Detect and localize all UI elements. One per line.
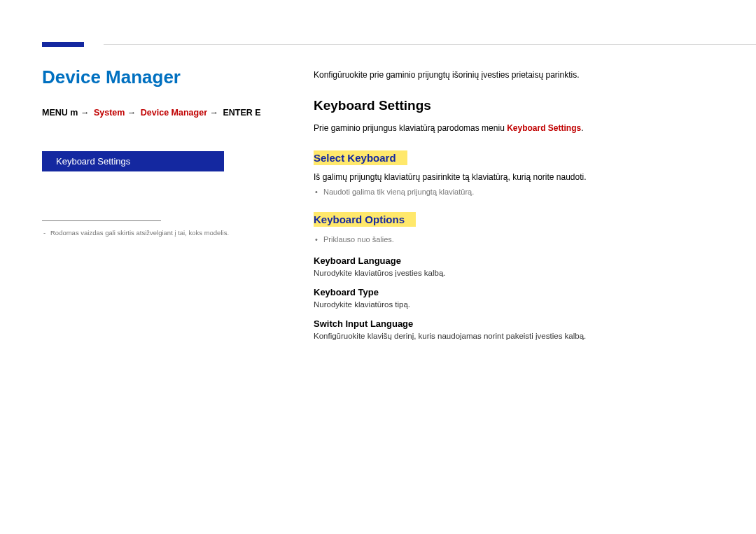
intro-text: Konfigūruokite prie gaminio prijungtų iš…: [314, 70, 706, 80]
crumb-arrow2: →: [127, 108, 136, 118]
model-disclaimer: Rodomas vaizdas gali skirtis atsižvelgia…: [42, 228, 273, 238]
breadcrumb: MENU m → System → Device Manager → ENTER…: [42, 108, 273, 118]
right-column: Konfigūruokite prie gaminio prijungtų iš…: [314, 70, 706, 340]
keyboard-type-desc: Nurodykite klaviatūros tipą.: [314, 300, 706, 309]
subsection-keyboard-options: Keyboard Options: [314, 212, 416, 227]
item-keyboard-type: Keyboard Type: [314, 287, 706, 297]
page-title: Device Manager: [42, 66, 273, 88]
crumb-enter: ENTER: [223, 108, 253, 118]
item-switch-input-language: Switch Input Language: [314, 318, 706, 329]
switch-input-language-desc: Konfigūruokite klavišų derinį, kuris nau…: [314, 332, 706, 340]
kb-settings-desc: Prie gaminio prijungus klaviatūrą parodo…: [314, 122, 706, 135]
crumb-menu: MENU: [42, 108, 68, 118]
footnote-divider: [42, 220, 161, 221]
select-keyboard-desc: Iš galimų prijungtų klaviatūrų pasirinki…: [314, 171, 706, 184]
kb-desc-a: Prie gaminio prijungus klaviatūrą parodo…: [314, 123, 507, 133]
left-column: Device Manager MENU m → System → Device …: [42, 66, 273, 238]
kb-desc-c: .: [581, 123, 583, 133]
crumb-arrow3: →: [210, 108, 219, 118]
crumb-arrow1: →: [80, 108, 90, 118]
crumb-enter-sym: E: [255, 108, 260, 118]
section-keyboard-settings: Keyboard Settings: [314, 98, 706, 113]
top-divider: [104, 44, 756, 45]
accent-bar: [42, 42, 84, 47]
select-keyboard-note: Naudoti galima tik vieną prijungtą klavi…: [314, 186, 706, 199]
crumb-device-manager: Device Manager: [141, 108, 207, 118]
subsection-select-keyboard: Select Keyboard: [314, 150, 407, 165]
menu-panel-label: Keyboard Settings: [56, 156, 130, 167]
menu-panel-keyboard-settings[interactable]: Keyboard Settings: [42, 151, 224, 171]
keyboard-language-desc: Nurodykite klaviatūros įvesties kalbą.: [314, 269, 706, 277]
keyboard-options-note: Priklauso nuo šalies.: [314, 234, 706, 246]
kb-desc-b: Keyboard Settings: [507, 123, 581, 133]
crumb-menu-sym: m: [70, 108, 78, 118]
crumb-system: System: [94, 108, 125, 118]
item-keyboard-language: Keyboard Language: [314, 255, 706, 266]
